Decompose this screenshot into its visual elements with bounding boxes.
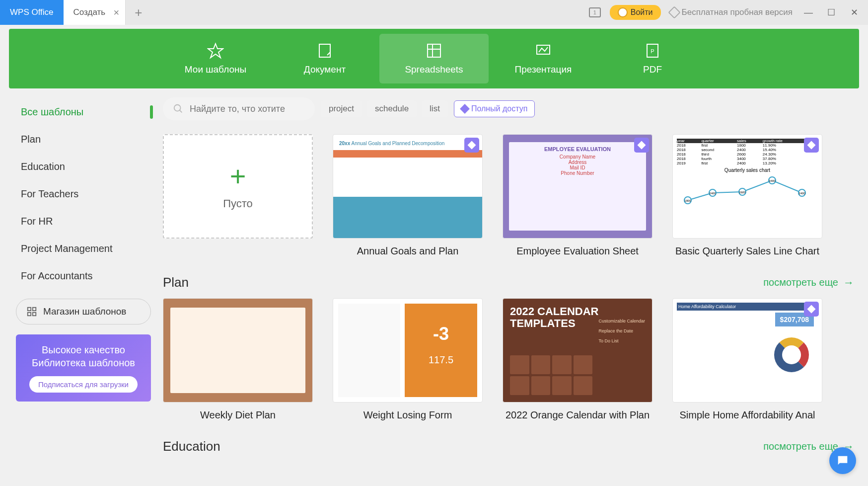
promo-banner[interactable]: Высокое качество Библиотека шаблонов Под… [16,334,151,402]
sidebar-item-2[interactable]: Education [9,154,158,179]
minimize-button[interactable]: — [801,5,815,19]
template-thumb[interactable]: 20xx Annual Goals and Planned Decomposit… [333,134,483,239]
template-card[interactable]: Weekly Diet Plan [163,298,313,421]
category-bar: Мои шаблоныДокументSpreadsheetsПрезентац… [9,29,859,88]
titlebar-right: 1 Войти Бесплатная пробная версия — ☐ ✕ [589,5,868,20]
home-tab[interactable]: WPS Office [0,0,64,25]
svg-rect-11 [33,313,36,316]
premium-access-chip[interactable]: Полный доступ [454,100,535,117]
trial-link[interactable]: Бесплатная пробная версия [670,7,793,17]
sidebar-item-1[interactable]: Plan [9,127,158,152]
close-tab-icon[interactable]: × [113,7,119,18]
premium-badge-icon [804,138,819,153]
featured-row: + Пусто 20xx Annual Goals and Planned De… [163,134,854,257]
section-row: Weekly Diet Plan-3117.5Weight Losing For… [163,298,854,421]
template-title: Basic Quarterly Sales Line Chart [675,245,819,257]
window-count-badge[interactable]: 1 [589,7,601,17]
category-pdf[interactable]: PPDF [598,34,707,83]
maximize-button[interactable]: ☐ [824,5,838,19]
sheet-icon [426,42,442,59]
close-window-button[interactable]: ✕ [847,5,861,19]
add-tab-button[interactable]: + [126,5,151,20]
template-card[interactable]: -3117.5Weight Losing Form [333,298,483,421]
promo-subscribe-button[interactable]: Подписаться для загрузки [29,376,138,393]
blank-thumb[interactable]: + Пусто [163,134,313,239]
section-title: Education [163,439,220,454]
chat-icon [836,454,850,468]
category-doc[interactable]: Документ [270,34,379,83]
category-label: PDF [643,64,662,75]
search-chip-schedule[interactable]: schedule [367,100,417,117]
template-card[interactable]: EMPLOYEE EVALUATIONCompany NameAddressMa… [503,134,652,257]
template-title: Weight Losing Form [363,409,452,421]
category-star[interactable]: Мои шаблоны [161,34,270,83]
search-icon [173,103,184,114]
template-thumb[interactable] [163,298,313,403]
sidebar-item-6[interactable]: For Accountants [9,263,158,289]
svg-marker-0 [208,44,223,58]
search-chip-project[interactable]: project [321,100,362,117]
search-row: projectschedulelist Полный доступ [163,97,854,120]
main-area: Все шаблоныPlanEducationFor TeachersFor … [9,88,859,486]
premium-chip-label: Полный доступ [471,104,528,113]
svg-text:3400: 3400 [769,179,776,182]
search-box[interactable] [163,97,315,120]
category-label: Мои шаблоны [185,64,246,75]
search-input[interactable] [190,104,305,114]
template-store-label: Магазин шаблонов [43,306,126,317]
svg-text:2400: 2400 [798,192,805,195]
sidebar-item-5[interactable]: Project Management [9,236,158,261]
template-card[interactable]: 20xx Annual Goals and Planned Decomposit… [333,134,483,257]
template-card[interactable]: Home Affordability Calculator$207,708Sim… [672,298,822,421]
chat-fab[interactable] [829,447,856,474]
category-sheet[interactable]: Spreadsheets [379,34,489,83]
login-label: Войти [631,8,653,17]
template-title: Annual Goals and Plan [357,245,459,257]
svg-line-13 [180,110,182,113]
blank-template-card[interactable]: + Пусто [163,134,313,257]
titlebar: WPS Office Создать × + 1 Войти Бесплатна… [0,0,868,25]
sidebar-item-0[interactable]: Все шаблоны [9,99,158,125]
presentation-icon [535,42,552,59]
template-thumb[interactable]: yearquartersalesgrowth rate2018first1800… [672,134,822,239]
svg-point-12 [174,105,181,111]
template-card[interactable]: 2022 CALENDARTEMPLATESCustomizable Calen… [503,298,652,421]
doc-icon [316,42,333,59]
search-chip-list[interactable]: list [422,100,448,117]
premium-badge-icon [634,138,649,153]
svg-rect-1 [319,44,330,57]
see-more-label: посмотреть еще [763,441,838,452]
section-header: Planпосмотреть еще→ [163,275,854,290]
svg-rect-8 [28,308,31,311]
section-header: Educationпосмотреть еще→ [163,439,854,454]
category-label: Документ [304,64,346,75]
section-title: Plan [163,275,189,290]
template-thumb[interactable]: -3117.5 [333,298,483,403]
sidebar-item-4[interactable]: For HR [9,209,158,234]
login-button[interactable]: Войти [610,5,661,20]
template-store-button[interactable]: Магазин шаблонов [16,299,151,324]
template-thumb[interactable]: 2022 CALENDARTEMPLATESCustomizable Calen… [503,298,652,403]
svg-text:P: P [651,48,654,54]
template-card[interactable]: yearquartersalesgrowth rate2018first1800… [672,134,822,257]
category-presentation[interactable]: Презентация [489,34,598,83]
category-label: Spreadsheets [405,64,463,75]
promo-title: Высокое качество Библиотека шаблонов [22,343,145,369]
see-more-label: посмотреть еще [763,277,838,288]
sidebar-item-3[interactable]: For Teachers [9,181,158,207]
premium-badge-icon [804,302,819,317]
see-more-link[interactable]: посмотреть еще→ [763,276,854,289]
template-title: 2022 Orange Calendar with Plan [506,409,650,421]
diamond-icon [460,104,470,114]
template-title: Simple Home Affordability Anal [679,409,815,421]
svg-rect-2 [428,44,440,57]
trial-label: Бесплатная пробная версия [682,7,793,17]
arrow-right-icon: → [843,276,854,289]
svg-text:1800: 1800 [684,199,691,202]
new-tab[interactable]: Создать × [64,0,126,25]
template-thumb[interactable]: EMPLOYEE EVALUATIONCompany NameAddressMa… [503,134,652,239]
template-thumb[interactable]: Home Affordability Calculator$207,708 [672,298,822,403]
star-icon [207,42,224,59]
svg-text:2400: 2400 [709,192,716,195]
sidebar: Все шаблоныPlanEducationFor TeachersFor … [9,88,158,486]
